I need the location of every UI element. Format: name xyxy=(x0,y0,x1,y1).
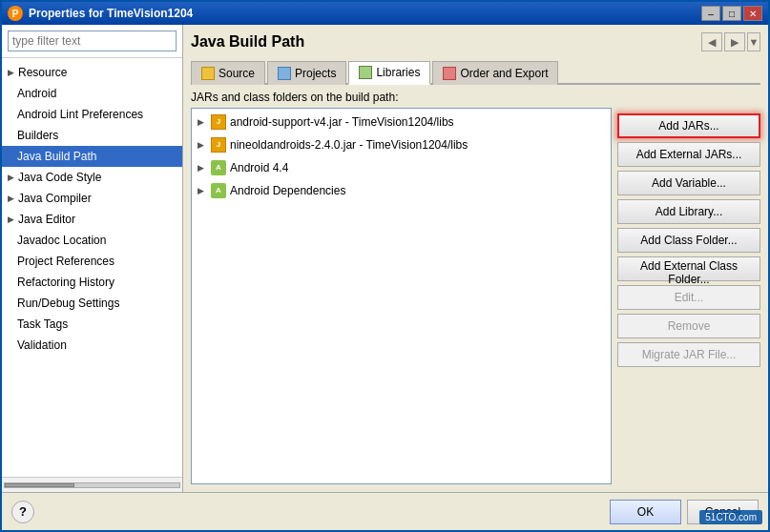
sidebar-item-label: Project References xyxy=(17,253,114,270)
filter-input[interactable] xyxy=(8,31,177,51)
jar-icon: J xyxy=(211,114,226,130)
sidebar-item-resource[interactable]: ▶ Resource xyxy=(2,62,182,83)
android-icon: A xyxy=(211,160,226,175)
sidebar-item-label: Validation xyxy=(17,337,67,354)
libraries-tab-icon xyxy=(359,66,372,79)
edit-button[interactable]: Edit... xyxy=(617,285,760,310)
filter-box xyxy=(2,25,182,58)
title-bar: P Properties for TimeVision1204 – □ ✕ xyxy=(2,2,768,25)
close-button[interactable]: ✕ xyxy=(743,6,762,21)
window-title: Properties for TimeVision1204 xyxy=(29,7,696,20)
sidebar-item-java-compiler[interactable]: ▶ Java Compiler xyxy=(2,188,182,209)
migrate-jar-button[interactable]: Migrate JAR File... xyxy=(617,342,760,367)
add-class-folder-button[interactable]: Add Class Folder... xyxy=(617,228,760,253)
sidebar-item-label: Java Compiler xyxy=(18,190,92,207)
sidebar-item-android-lint[interactable]: Android Lint Preferences xyxy=(2,104,182,125)
maximize-button[interactable]: □ xyxy=(722,6,741,21)
content-area: ▶ Resource Android Android Lint Preferen… xyxy=(2,25,768,492)
android-icon: A xyxy=(211,183,226,198)
bottom-bar: ? OK Cancel xyxy=(2,492,768,530)
sidebar-item-java-editor[interactable]: ▶ Java Editor xyxy=(2,209,182,230)
sidebar-item-android[interactable]: Android xyxy=(2,83,182,104)
sidebar-item-label: Refactoring History xyxy=(17,274,114,291)
help-button[interactable]: ? xyxy=(11,501,34,523)
source-tab-icon xyxy=(201,67,215,80)
add-variable-button[interactable]: Add Variable... xyxy=(617,171,760,195)
sidebar-item-label: Run/Debug Settings xyxy=(17,295,119,312)
remove-button[interactable]: Remove xyxy=(617,314,760,338)
sidebar-item-refactoring[interactable]: Refactoring History xyxy=(2,272,182,293)
add-ext-class-folder-button[interactable]: Add External Class Folder... xyxy=(617,256,760,281)
sidebar-item-javadoc[interactable]: Javadoc Location xyxy=(2,230,182,251)
list-item[interactable]: ▶ J android-support-v4.jar - TimeVision1… xyxy=(192,111,611,133)
body-area: JARs and class folders on the build path… xyxy=(191,91,760,484)
expand-arrow-icon: ▶ xyxy=(198,182,207,199)
order-tab-icon xyxy=(443,67,456,80)
add-jars-button[interactable]: Add JARs... xyxy=(617,113,760,138)
list-item[interactable]: ▶ J nineoldandroids-2.4.0.jar - TimeVisi… xyxy=(192,133,611,156)
tab-projects-label: Projects xyxy=(295,67,336,80)
expand-arrow: ▶ xyxy=(8,211,14,228)
window-icon: P xyxy=(8,6,23,21)
sidebar-item-label: Resource xyxy=(18,64,67,81)
tab-source[interactable]: Source xyxy=(191,61,265,85)
list-item-text: Android Dependencies xyxy=(230,182,345,199)
scroll-track xyxy=(4,482,180,488)
add-library-button[interactable]: Add Library... xyxy=(617,199,760,224)
tab-order-label: Order and Export xyxy=(460,67,548,80)
forward-button[interactable]: ▶ xyxy=(724,32,745,51)
main-window: P Properties for TimeVision1204 – □ ✕ ▶ … xyxy=(0,0,770,532)
sidebar-item-java-build-path[interactable]: Java Build Path xyxy=(2,146,182,167)
tab-source-label: Source xyxy=(219,67,255,80)
window-controls: – □ ✕ xyxy=(701,6,762,21)
sidebar-item-label: Java Editor xyxy=(18,211,75,228)
nav-buttons: ◀ ▶ ▼ xyxy=(701,32,760,51)
scroll-thumb xyxy=(5,483,74,487)
panel-title: Java Build Path xyxy=(191,33,304,51)
tab-projects[interactable]: Projects xyxy=(267,61,346,85)
expand-arrow-icon: ▶ xyxy=(198,159,207,176)
sidebar-item-validation[interactable]: Validation xyxy=(2,335,182,356)
sidebar-item-label: Android Lint Preferences xyxy=(17,106,143,123)
sidebar-item-label: Builders xyxy=(17,127,58,144)
projects-tab-icon xyxy=(278,67,291,80)
sidebar: ▶ Resource Android Android Lint Preferen… xyxy=(2,25,183,492)
sidebar-item-label: Java Build Path xyxy=(17,148,96,165)
sidebar-item-java-code-style[interactable]: ▶ Java Code Style xyxy=(2,167,182,188)
expand-arrow: ▶ xyxy=(8,64,14,81)
sidebar-item-label: Android xyxy=(17,85,56,102)
sidebar-item-label: Javadoc Location xyxy=(17,232,106,249)
sidebar-item-label: Java Code Style xyxy=(18,169,101,186)
tab-order-export[interactable]: Order and Export xyxy=(432,61,558,85)
tab-libraries-label: Libraries xyxy=(376,66,420,79)
minimize-button[interactable]: – xyxy=(701,6,720,21)
nav-dropdown-button[interactable]: ▼ xyxy=(747,32,760,51)
sidebar-item-run-debug[interactable]: Run/Debug Settings xyxy=(2,293,182,314)
watermark: 51CTO.com xyxy=(699,510,762,524)
expand-arrow: ▶ xyxy=(8,169,14,186)
sidebar-item-builders[interactable]: Builders xyxy=(2,125,182,146)
list-label: JARs and class folders on the build path… xyxy=(191,91,612,104)
list-item[interactable]: ▶ A Android Dependencies xyxy=(192,179,611,202)
build-list[interactable]: ▶ J android-support-v4.jar - TimeVision1… xyxy=(191,108,612,484)
main-panel: Java Build Path ◀ ▶ ▼ Source Projects xyxy=(183,25,768,492)
list-item[interactable]: ▶ A Android 4.4 xyxy=(192,156,611,179)
list-item-text: nineoldandroids-2.4.0.jar - TimeVision12… xyxy=(230,136,468,153)
back-button[interactable]: ◀ xyxy=(701,32,722,51)
expand-arrow-icon: ▶ xyxy=(198,113,207,131)
tab-libraries[interactable]: Libraries xyxy=(348,61,430,85)
sidebar-scrollbar[interactable] xyxy=(2,477,182,492)
sidebar-item-task-tags[interactable]: Task Tags xyxy=(2,314,182,335)
list-item-text: android-support-v4.jar - TimeVision1204/… xyxy=(230,113,454,131)
add-external-jars-button[interactable]: Add External JARs... xyxy=(617,142,760,167)
tab-bar: Source Projects Libraries Order and Expo… xyxy=(191,59,760,85)
list-item-text: Android 4.4 xyxy=(230,159,288,176)
panel-header: Java Build Path ◀ ▶ ▼ xyxy=(191,32,760,51)
sidebar-item-project-refs[interactable]: Project References xyxy=(2,251,182,272)
action-buttons: Add JARs... Add External JARs... Add Var… xyxy=(617,91,760,484)
expand-arrow-icon: ▶ xyxy=(198,136,207,153)
expand-arrow: ▶ xyxy=(8,190,14,207)
list-section: JARs and class folders on the build path… xyxy=(191,91,612,484)
ok-button[interactable]: OK xyxy=(610,500,681,524)
jar-icon: J xyxy=(211,137,226,153)
